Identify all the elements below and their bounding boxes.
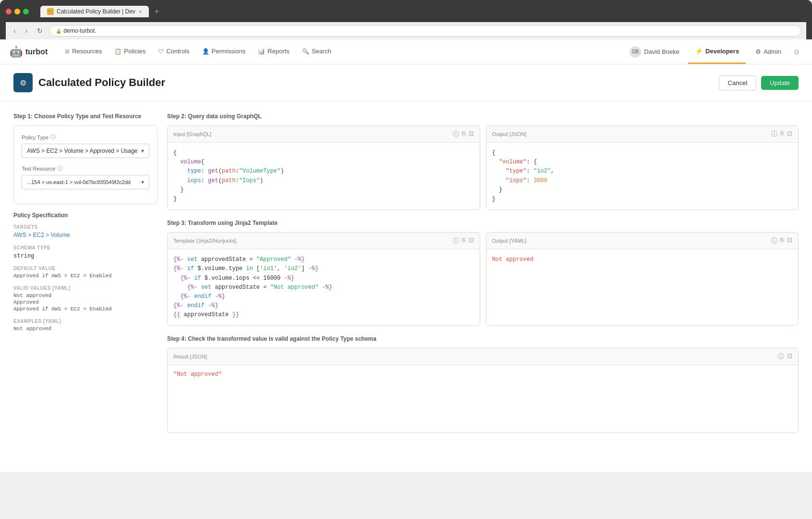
template-line-3: {%- if $.volume.iops <= 16000 -%} [173,274,474,283]
nav-item-controls-label: Controls [166,48,189,55]
close-button[interactable] [6,9,12,14]
logo[interactable]: 🤖 turbot [10,46,48,58]
developers-label: Developers [705,48,739,55]
controls-icon: 🛡 [158,48,164,55]
step4-result-panel: Result [JSON] ⓘ ⊡ "Not approved" [167,348,799,433]
nav-user[interactable]: DB David Boeke [625,43,684,61]
step3-template-icons: ⓘ ⎘ ⊡ [453,236,474,245]
admin-icon: ⚙ [755,48,761,55]
copy-icon-4[interactable]: ⎘ [780,236,784,245]
forward-button[interactable]: › [23,26,31,36]
back-button[interactable]: ‹ [11,26,19,36]
tab-favicon: 🔧 [47,8,54,15]
search-icon: 🔍 [302,48,309,55]
tab-title: Calculated Policy Builder | Dev [57,8,135,15]
test-resource-value: ...154 > us-east-1 > vol-0d7bc935549f2c2… [27,179,131,185]
step4-result-body: "Not approved" [168,365,798,432]
tab-close-icon[interactable]: ✕ [138,9,142,14]
test-resource-select[interactable]: ...154 > us-east-1 > vol-0d7bc935549f2c2… [22,175,149,189]
info-icon-3[interactable]: ⓘ [453,236,459,245]
step4-result-header: Result [JSON] ⓘ ⊡ [168,348,798,365]
resources-icon: ⊞ [65,48,70,55]
settings-icon[interactable]: ⊙ [791,45,802,59]
new-tab-button[interactable]: + [151,5,163,18]
schema-type-section: SCHEMA TYPE string [13,245,158,259]
targets-value[interactable]: AWS > EC2 > Volume [13,232,158,238]
nav-item-search[interactable]: 🔍 Search [296,40,337,63]
nav-item-reports-label: Reports [267,48,290,55]
expand-icon-2[interactable]: ⊡ [787,130,792,138]
info-icon-2[interactable]: ⓘ [771,130,777,138]
nav-item-developers[interactable]: ⚡ Developers [688,39,746,64]
valid-value-2: Approved [13,299,158,305]
nav-item-permissions[interactable]: 👤 Permissions [196,40,252,63]
tab-bar: 🔧 Calculated Policy Builder | Dev ✕ + [40,5,163,18]
policy-type-select[interactable]: AWS > EC2 > Volume > Approved > Usage ▾ [22,144,149,158]
developers-icon: ⚡ [695,47,703,55]
chevron-down-icon-2: ▾ [141,179,144,185]
step4-result-title: Result [JSON] [173,353,207,360]
user-avatar: DB [630,46,641,58]
page-icon: ⚙ [13,73,33,92]
code-line: type: get(path:"VolumeType") [173,167,474,176]
address-bar[interactable]: 🔒 demo-turbot. [49,25,801,37]
info-icon-4[interactable]: ⓘ [771,236,777,245]
step2-output-title: Output [JSON] [492,131,527,137]
targets-label: TARGETS [13,224,158,230]
step3-output-icons: ⓘ ⎘ ⊡ [771,236,792,245]
nav-item-search-label: Search [312,48,331,55]
header-actions: Cancel Update [719,75,799,90]
copy-icon-2[interactable]: ⎘ [780,130,784,138]
nav-item-resources[interactable]: ⊞ Resources [59,40,108,63]
code-line: { [173,148,474,158]
test-resource-info-icon[interactable]: ⓘ [57,165,62,172]
copy-icon[interactable]: ⎘ [462,130,466,138]
cancel-button[interactable]: Cancel [719,75,756,90]
active-tab[interactable]: 🔧 Calculated Policy Builder | Dev ✕ [40,6,149,17]
step3-output-value: Not approved [492,256,533,263]
policy-type-value: AWS > EC2 > Volume > Approved > Usage [27,148,137,154]
expand-icon-3[interactable]: ⊡ [469,236,474,245]
step1-label: Step 1: Choose Policy Type and Test Reso… [13,113,158,120]
code-line: "iops": 3000 [492,176,793,185]
step4-result-value: "Not approved" [173,371,222,378]
code-line: } [492,185,793,195]
info-icon-5[interactable]: ⓘ [778,352,784,361]
info-icon[interactable]: ⓘ [453,130,459,138]
valid-values-section: VALID VALUES [YAML] Not approved Approve… [13,285,158,312]
valid-value-3: Approved if AWS > EC2 > Enabled [13,306,158,312]
code-line: volume{ [173,158,474,167]
user-name: David Boeke [644,48,679,55]
refresh-button[interactable]: ↻ [34,26,46,36]
expand-icon-5[interactable]: ⊡ [787,352,792,361]
examples-label: EXAMPLES [YAML] [13,319,158,324]
nav-item-reports[interactable]: 📊 Reports [252,40,295,63]
step3-output-code: Not approved [486,249,799,321]
step3-label: Step 3: Transform using Jinja2 Template [167,220,799,226]
step2-input-header: Input [GraphQL] ⓘ ⎘ ⊡ [168,126,480,143]
page-header: ⚙ Calculated Policy Builder Cancel Updat… [0,64,812,101]
code-line: "type": "io2", [492,167,793,176]
main-content: Step 1: Choose Policy Type and Test Reso… [0,101,812,454]
lock-icon: 🔒 [56,28,61,34]
copy-icon-3[interactable]: ⎘ [462,236,466,245]
template-line-2: {%- if $.volume.type in ['io1', 'io2'] -… [173,264,474,273]
default-value-label: DEFAULT VALUE [13,266,158,271]
nav-item-controls[interactable]: 🛡 Controls [152,40,195,63]
test-resource-label: Test Resource ⓘ [22,165,149,172]
minimize-button[interactable] [14,9,20,14]
expand-icon-4[interactable]: ⊡ [787,236,792,245]
fullscreen-button[interactable] [23,9,29,14]
policy-type-info-icon[interactable]: ⓘ [50,134,56,141]
step2-input-panel: Input [GraphQL] ⓘ ⎘ ⊡ { volume{ [167,125,480,210]
code-line: } [173,185,474,195]
nav-item-policies[interactable]: 📋 Policies [109,40,151,63]
valid-values-label: VALID VALUES [YAML] [13,285,158,291]
code-line: } [492,195,793,204]
expand-icon[interactable]: ⊡ [469,130,474,138]
titlebar: 🔧 Calculated Policy Builder | Dev ✕ + [6,5,806,18]
update-button[interactable]: Update [761,76,799,90]
step3-template-code[interactable]: {%- set approvedState = "Approved" -%} {… [168,249,480,325]
nav-item-admin[interactable]: ⚙ Admin [750,40,787,63]
examples-section: EXAMPLES [YAML] Not approved [13,319,158,332]
